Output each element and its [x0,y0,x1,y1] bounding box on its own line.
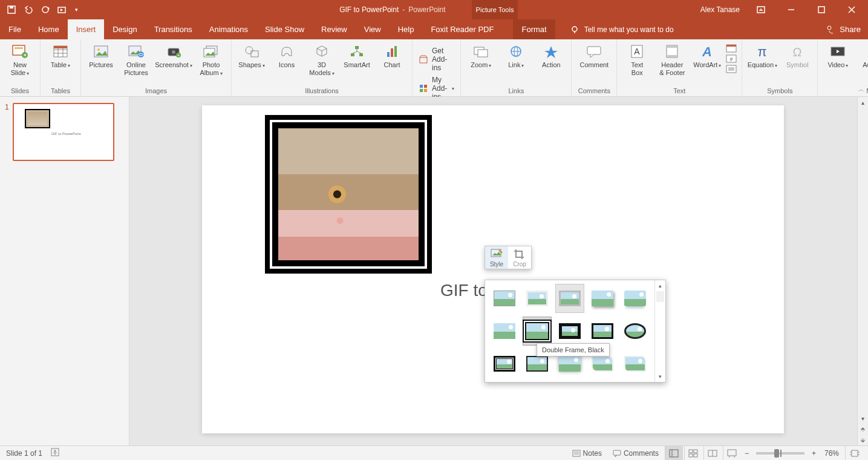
tab-animations[interactable]: Animations [201,19,256,39]
wordart-button[interactable]: AWordArt [691,42,723,70]
next-slide-icon[interactable]: ⬙ [858,435,868,445]
undo-icon[interactable] [21,2,36,18]
comment-button[interactable]: Comment [575,42,613,69]
zoom-slider[interactable] [756,452,804,455]
zoom-button[interactable]: Zoom [465,42,497,70]
textbox-button[interactable]: AText Box [621,42,653,77]
online-pictures-button[interactable]: Online Pictures [120,42,152,77]
ribbon-display-options-icon[interactable] [747,0,775,19]
style-simple-frame-white[interactable] [490,284,519,313]
reading-view-button[interactable] [703,446,722,461]
thumbnail-title: GIF to PowerPoint [51,132,81,136]
style-beveled-oval-black[interactable] [621,317,650,346]
style-thick-matte-black[interactable] [555,317,584,346]
online-pictures-icon [126,43,146,60]
group-symbols-label: Symbols [767,87,792,96]
comments-button[interactable]: Comments [608,446,664,461]
mini-style-button[interactable]: Style [485,246,508,269]
save-icon[interactable] [4,2,19,18]
style-beveled-matte-white[interactable] [523,284,552,313]
normal-view-button[interactable] [665,446,683,461]
gallery-scroll-up-icon[interactable]: ▴ [655,280,665,291]
3d-models-button[interactable]: 3D Models [305,42,338,77]
tab-foxit[interactable]: Foxit Reader PDF [422,19,502,39]
tab-file[interactable]: File [0,19,30,39]
pictures-button[interactable]: Pictures [85,42,117,69]
editor-vertical-scrollbar[interactable]: ▴ ▾ ⬘⬙ [857,97,868,445]
accessibility-icon[interactable] [51,448,59,458]
qat-customize-icon[interactable]: ▾ [71,2,81,18]
zoom-in-button[interactable]: + [809,446,818,461]
slide-thumbnail-pane[interactable]: 1 GIF to PowerPoint [0,97,129,445]
equation-button[interactable]: πEquation [746,42,778,70]
share-button[interactable]: Share [826,19,861,39]
tab-home[interactable]: Home [30,19,68,39]
scroll-up-icon[interactable]: ▴ [858,97,868,108]
header-footer-button[interactable]: Header & Footer [656,42,688,77]
gallery-scroll-down-icon[interactable]: ▾ [655,371,665,382]
icons-button[interactable]: Icons [270,42,303,69]
action-button[interactable]: Action [535,42,567,69]
audio-button[interactable]: Audio [857,42,868,70]
style-simple-frame-black[interactable] [588,317,617,346]
comment-icon [584,43,604,60]
object-button[interactable] [726,65,738,73]
style-snip-diagonal-corner-white[interactable] [621,349,650,378]
zoom-slider-thumb[interactable] [774,449,779,458]
shapes-button[interactable]: Shapes [235,42,268,70]
lightbulb-icon [570,25,579,34]
slide-editor[interactable]: GIF to PowerPoint Style Crop [129,97,868,445]
style-soft-edge-rectangle[interactable] [490,317,519,346]
link-button[interactable]: Link [500,42,532,70]
start-from-beginning-icon[interactable] [54,2,70,18]
inserted-picture[interactable] [265,115,432,274]
tab-design[interactable]: Design [104,19,145,39]
style-drop-shadow-rectangle[interactable] [588,284,617,313]
tell-me-search[interactable]: Tell me what you want to do [570,19,674,39]
photo-album-button[interactable]: Photo Album [195,42,227,77]
gallery-scrollbar[interactable]: ▴ ▾ [654,280,665,382]
tab-review[interactable]: Review [313,19,356,39]
slide-thumbnail-1[interactable]: GIF to PowerPoint [13,103,114,161]
user-name[interactable]: Alex Tanase [700,5,740,14]
fit-to-window-button[interactable] [845,446,863,461]
zoom-out-button[interactable]: − [742,446,751,461]
slide-sorter-view-button[interactable] [684,446,702,461]
context-tab-picture-tools[interactable]: Picture Tools [472,0,518,19]
style-double-frame-black[interactable] [523,317,552,346]
date-time-button[interactable] [726,44,738,53]
collapse-ribbon-icon[interactable]: ︿ [858,85,864,94]
style-metal-frame[interactable] [555,284,584,313]
notes-button[interactable]: Notes [567,446,607,461]
tab-transitions[interactable]: Transitions [146,19,201,39]
maximize-icon[interactable] [808,0,835,19]
symbol-button[interactable]: ΩSymbol [781,42,814,69]
style-tooltip: Double Frame, Black [537,343,610,356]
close-icon[interactable] [838,0,866,19]
new-slide-button[interactable]: ✶ New Slide [4,42,36,77]
chart-button[interactable]: Chart [376,42,408,69]
tab-help[interactable]: Help [390,19,423,39]
slideshow-view-button[interactable] [723,446,741,461]
group-text: AText Box Header & Footer AWordArt # Tex… [617,39,742,97]
style-compound-frame-black[interactable] [490,349,519,378]
zoom-level[interactable]: 76% [820,446,844,461]
tab-slideshow[interactable]: Slide Show [256,19,313,39]
tab-format[interactable]: Format [513,19,555,39]
style-reflected-rounded-rectangle[interactable] [621,284,650,313]
redo-icon[interactable] [38,2,53,18]
slide-number-button[interactable]: # [726,54,738,63]
tab-insert[interactable]: Insert [68,19,105,39]
get-addins-button[interactable]: Get Add-ins [416,45,457,73]
gallery-scroll-track[interactable] [656,291,664,302]
slide-canvas[interactable]: GIF to PowerPoint [202,105,784,433]
video-button[interactable]: Video [821,42,854,70]
tab-view[interactable]: View [356,19,390,39]
mini-crop-button[interactable]: Crop [508,246,531,269]
table-button[interactable]: Table [44,42,77,70]
screenshot-button[interactable]: + Screenshot [155,42,192,70]
prev-slide-icon[interactable]: ⬘ [858,424,868,435]
smartart-button[interactable]: SmartArt [341,42,373,69]
scroll-down-icon[interactable]: ▾ [858,413,868,424]
minimize-icon[interactable] [777,0,805,19]
